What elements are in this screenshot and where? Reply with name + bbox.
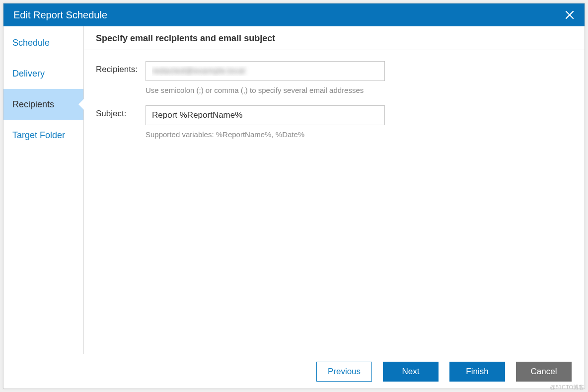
dialog-title: Edit Report Schedule xyxy=(13,9,563,21)
sidebar-item-label: Recipients xyxy=(12,99,54,110)
sidebar-item-schedule[interactable]: Schedule xyxy=(3,27,83,58)
next-button[interactable]: Next xyxy=(383,362,439,382)
recipients-field-wrap: Use semicolon (;) or comma (,) to specif… xyxy=(146,61,385,94)
dialog-body: Schedule Delivery Recipients Target Fold… xyxy=(3,26,585,354)
edit-report-schedule-dialog: Edit Report Schedule Schedule Delivery R… xyxy=(3,3,585,389)
sidebar-item-recipients[interactable]: Recipients xyxy=(3,89,83,120)
dialog-footer: Previous Next Finish Cancel xyxy=(3,354,585,389)
sidebar-item-delivery[interactable]: Delivery xyxy=(3,58,83,89)
recipients-helper: Use semicolon (;) or comma (,) to specif… xyxy=(146,86,385,94)
recipients-form: Recipients: Use semicolon (;) or comma (… xyxy=(84,50,585,354)
cancel-button[interactable]: Cancel xyxy=(516,362,572,382)
finish-button[interactable]: Finish xyxy=(449,362,505,382)
sidebar-item-label: Schedule xyxy=(12,38,50,48)
sidebar-item-label: Target Folder xyxy=(12,130,65,141)
wizard-sidebar: Schedule Delivery Recipients Target Fold… xyxy=(3,26,84,354)
subject-label: Subject: xyxy=(96,105,146,119)
subject-row: Subject: Supported variables: %ReportNam… xyxy=(96,105,573,139)
sidebar-item-label: Delivery xyxy=(12,69,45,79)
wizard-main: Specify email recipients and email subje… xyxy=(84,26,585,354)
recipients-label: Recipients: xyxy=(96,61,146,75)
subject-field-wrap: Supported variables: %ReportName%, %Date… xyxy=(146,105,385,139)
previous-button[interactable]: Previous xyxy=(316,362,372,382)
subject-input[interactable] xyxy=(146,105,385,125)
recipients-input[interactable] xyxy=(146,61,385,81)
subject-helper: Supported variables: %ReportName%, %Date… xyxy=(146,130,385,139)
close-icon[interactable] xyxy=(563,8,577,22)
recipients-row: Recipients: Use semicolon (;) or comma (… xyxy=(96,61,573,94)
page-heading: Specify email recipients and email subje… xyxy=(84,26,585,50)
dialog-titlebar: Edit Report Schedule xyxy=(3,3,585,26)
sidebar-item-target-folder[interactable]: Target Folder xyxy=(3,120,83,151)
